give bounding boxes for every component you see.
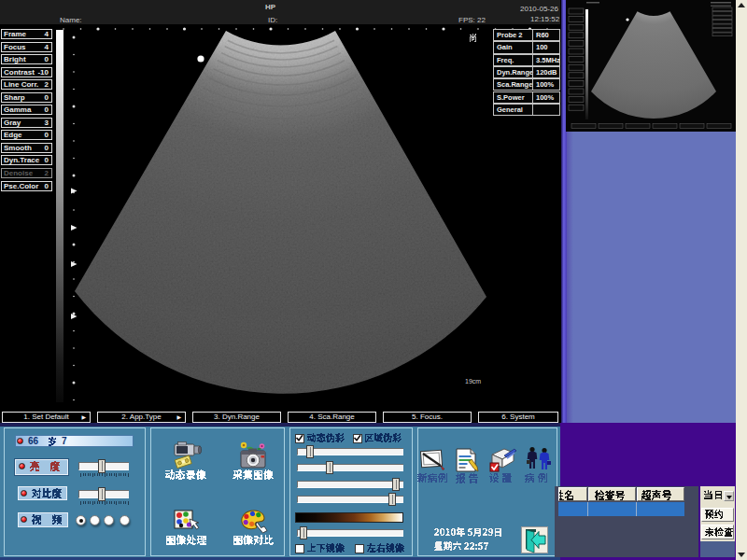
svg-text:19cm: 19cm xyxy=(465,378,481,385)
